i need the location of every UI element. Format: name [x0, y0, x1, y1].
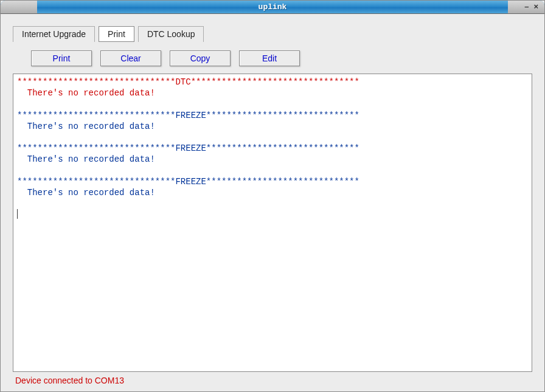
output-section-body: There's no recorded data!: [17, 187, 528, 198]
output-blank-line: [17, 198, 528, 209]
tab-dtc-lookup[interactable]: DTC Lookup: [138, 26, 204, 42]
output-blank-line: [17, 132, 528, 143]
app-window: uplink – × Internet Upgrade Print DTC Lo…: [0, 0, 545, 392]
output-section-header: *******************************FREEZE***…: [17, 176, 528, 187]
clear-button[interactable]: Clear: [100, 50, 161, 66]
titlebar-controls: – ×: [524, 2, 538, 11]
status-bar: Device connected to COM13: [13, 372, 532, 387]
output-blank-line: [17, 165, 528, 176]
titlebar[interactable]: uplink – ×: [1, 1, 544, 14]
print-button[interactable]: Print: [31, 50, 92, 66]
window-title: uplink: [1, 2, 544, 12]
text-cursor: [17, 209, 18, 219]
action-buttons: Print Clear Copy Edit: [31, 50, 532, 66]
tab-print[interactable]: Print: [99, 26, 134, 42]
edit-button[interactable]: Edit: [239, 50, 300, 66]
minimize-button[interactable]: –: [524, 2, 529, 11]
output-section-header: *******************************FREEZE***…: [17, 143, 528, 154]
tab-internet-upgrade[interactable]: Internet Upgrade: [13, 26, 95, 42]
content-area: Internet Upgrade Print DTC Lookup Print …: [1, 14, 544, 391]
output-section-body: There's no recorded data!: [17, 121, 528, 132]
output-blank-line: [17, 98, 528, 109]
output-section-header: *******************************DTC******…: [17, 77, 528, 88]
output-section-body: There's no recorded data!: [17, 88, 528, 98]
tab-bar: Internet Upgrade Print DTC Lookup: [13, 26, 532, 42]
output-section-body: There's no recorded data!: [17, 154, 528, 165]
output-text-area[interactable]: *******************************DTC******…: [13, 74, 532, 372]
output-section-header: *******************************FREEZE***…: [17, 110, 528, 121]
copy-button[interactable]: Copy: [170, 50, 231, 66]
close-button[interactable]: ×: [533, 2, 538, 11]
